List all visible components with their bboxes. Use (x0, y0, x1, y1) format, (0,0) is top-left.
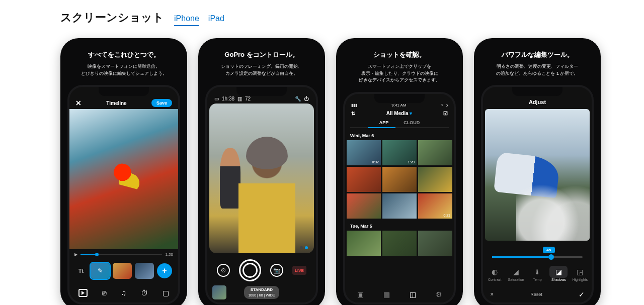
date-header-2: Tue, Mar 5 (345, 219, 454, 231)
chevron-down-icon[interactable]: ▾ (410, 111, 412, 116)
select-icon[interactable]: ☑ (443, 111, 448, 116)
screenshots-row: すべてをこれひとつで。 映像をスマートフォンに簡単送信。とびきりの映像に編集して… (60, 38, 624, 305)
media-thumb[interactable]: 0:21 (418, 193, 452, 219)
sliders-icon[interactable]: ⎚ (102, 289, 106, 298)
screenshot-card-1[interactable]: すべてをこれひとつで。 映像をスマートフォンに簡単送信。とびきりの映像に編集して… (60, 38, 187, 305)
adjust-preview[interactable] (485, 109, 590, 241)
media-header[interactable]: All Media (386, 111, 409, 116)
card1-title: すべてをこれひとつで。 (67, 50, 180, 59)
card3-sub: スマートフォン上でクリップを表示・編集したり、クラウドの映像に好きなデバイスから… (343, 63, 456, 84)
clip-thumb-3[interactable] (135, 263, 154, 279)
media-thumb[interactable] (347, 231, 381, 256)
close-icon[interactable]: ✕ (75, 99, 82, 107)
timer-icon[interactable]: ⏱ (141, 289, 148, 298)
signal-icon: ▮▮▮ (351, 103, 357, 108)
last-shot-thumb[interactable] (212, 285, 226, 299)
media-thumb[interactable] (382, 231, 417, 256)
dial-highlights[interactable]: ◲Highlights (571, 266, 589, 281)
inner-phone-2: ▭ 1h:38 ▥ 72 🔧 ⏻ ⏲ 📷 LIVE (205, 85, 318, 304)
text-tool-button[interactable]: Tt (74, 268, 88, 274)
card1-sub: 映像をスマートフォンに簡単送信。とびきりの映像に編集してシェアしよう。 (67, 63, 180, 77)
add-clip-button[interactable]: + (157, 263, 172, 278)
wrench-icon[interactable]: 🔧 (295, 96, 301, 101)
layout-icon[interactable] (78, 289, 88, 298)
reset-button[interactable]: Reset (530, 292, 542, 297)
screenshot-card-4[interactable]: パワフルな編集ツール。 明るさの調整、速度の変更、フィルターの追加など、あらゆる… (474, 38, 601, 305)
slider-value: 45 (543, 247, 555, 253)
tab-ipad[interactable]: iPad (208, 14, 224, 26)
photo-mode-button[interactable]: 📷 (270, 264, 283, 277)
save-button[interactable]: Save (151, 99, 172, 107)
media-thumb[interactable] (347, 167, 381, 192)
device-tabs: iPhone iPad (174, 14, 224, 26)
inner-phone-1: ✕ Timeline Save ▶ 1:20 Tt + ⎚ ♫ ⏱ (67, 85, 180, 304)
nav-camera-icon[interactable]: ▣ (357, 290, 364, 298)
play-icon[interactable]: ▶ (74, 252, 77, 257)
rec-time: 1h:38 (222, 96, 234, 101)
mode-pill[interactable]: STANDARD 1080 | 60 | WIDE (244, 286, 279, 298)
media-thumb[interactable] (418, 167, 452, 192)
dial-temp[interactable]: 🌡Temp (528, 266, 546, 281)
date-header-1: Wed, Mar 6 (345, 128, 454, 140)
card4-title: パワフルな編集ツール。 (481, 50, 594, 59)
battery-icon: ▥ (237, 96, 242, 101)
close-icon[interactable]: ✕ (490, 292, 494, 297)
clip-thumb-2[interactable] (113, 263, 132, 279)
nav-grid-icon[interactable]: ▦ (383, 290, 390, 298)
nav-media-icon[interactable]: ◫ (410, 290, 416, 298)
dial-contrast[interactable]: ◐Contrast (486, 266, 504, 281)
adjust-header: Adjust (483, 96, 592, 109)
adjust-slider[interactable] (492, 256, 583, 258)
timeline-video-preview[interactable] (69, 109, 178, 249)
card2-sub: ショットのフレーミング、録画の開始、カメラ設定の調整などが自由自在。 (205, 63, 318, 77)
live-badge[interactable]: LIVE (292, 266, 306, 275)
timeline-label: Timeline (106, 100, 126, 106)
scrub-bar[interactable] (80, 254, 162, 255)
media-thumb[interactable]: 1:20 (382, 140, 417, 165)
card2-title: GoPro をコントロール。 (205, 50, 318, 59)
clock: 9:41 AM (391, 103, 406, 108)
tab-iphone[interactable]: iPhone (174, 14, 199, 26)
media-thumb[interactable] (347, 193, 381, 219)
inner-phone-4: Adjust 45 ◐Contrast ◢Saturation 🌡Temp ◪S… (481, 85, 594, 304)
section-title: スクリーンショット (60, 10, 164, 25)
aspect-icon[interactable]: ▢ (163, 289, 169, 298)
wifi-icon: ᯤ ▢ (441, 103, 448, 108)
confirm-icon[interactable]: ✓ (579, 290, 585, 298)
dial-saturation[interactable]: ◢Saturation (507, 266, 525, 281)
camera-viewfinder[interactable] (209, 104, 314, 253)
card3-title: ショットを確認。 (343, 50, 456, 59)
subtab-cloud[interactable]: CLOUD (404, 120, 420, 125)
music-icon[interactable]: ♫ (121, 289, 126, 298)
clip-thumb-1[interactable] (91, 263, 110, 279)
media-thumb[interactable] (418, 140, 452, 165)
media-thumb[interactable] (418, 231, 452, 256)
media-thumb[interactable] (382, 167, 417, 192)
nav-settings-icon[interactable]: ⚙ (436, 290, 442, 298)
power-icon[interactable]: ⏻ (304, 96, 309, 101)
self-timer-button[interactable]: ⏲ (217, 264, 230, 277)
inner-phone-3: ▮▮▮9:41 AMᯤ ▢ ⇅ All Media ▾ ☑ APP CLOUD … (343, 92, 456, 305)
battery-pct: 72 (245, 96, 251, 101)
dial-shadows[interactable]: ◪Shadows (549, 266, 568, 281)
shutter-button[interactable] (239, 259, 261, 281)
media-thumb[interactable]: 0:32 (347, 140, 381, 165)
transfer-icon[interactable]: ⇅ (351, 111, 355, 116)
card4-sub: 明るさの調整、速度の変更、フィルターの追加など、あらゆることを 1 か所で。 (481, 63, 594, 77)
media-thumb[interactable] (382, 193, 417, 219)
duration-label: 1:20 (165, 252, 173, 257)
screenshot-card-2[interactable]: GoPro をコントロール。 ショットのフレーミング、録画の開始、カメラ設定の調… (198, 38, 325, 305)
subtab-app[interactable]: APP (379, 120, 389, 125)
sd-icon: ▭ (214, 96, 219, 101)
screenshot-card-3[interactable]: ショットを確認。 スマートフォン上でクリップを表示・編集したり、クラウドの映像に… (336, 38, 463, 305)
